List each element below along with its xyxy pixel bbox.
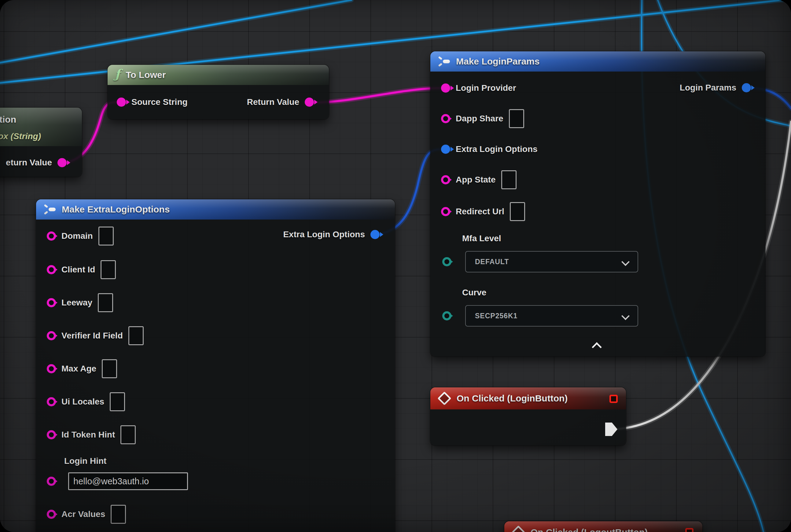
node-header[interactable]: tionox (String): [0, 108, 82, 146]
pin-label: Ui Locales: [61, 397, 104, 407]
app-state-value-box[interactable]: [501, 170, 517, 189]
node-header[interactable]: On Clicked (LoginButton): [430, 387, 626, 410]
pin-row-max-age: Max Age: [47, 360, 117, 378]
domain-value-box[interactable]: [98, 227, 114, 246]
pin-label: Acr Values: [61, 509, 105, 519]
node-header[interactable]: Make ExtraLoginOptions: [36, 200, 395, 220]
login-params-output-pin[interactable]: [742, 83, 751, 92]
node-title: On Clicked (LoginButton): [457, 393, 567, 404]
pin-label-login-hint: Login Hint: [64, 456, 107, 466]
chevron-down-icon: [621, 258, 630, 266]
node-clipped-function: tionox (String)eturn Value: [0, 108, 82, 177]
pin-row-dapp-share: Dapp Share: [441, 110, 524, 128]
pin-label: App State: [456, 175, 496, 185]
acr-values-value-box[interactable]: [111, 505, 126, 524]
node-to-lower: ƒTo LowerSource StringReturn Value: [108, 65, 329, 119]
node-header[interactable]: On Clicked (LogoutButton): [504, 521, 702, 532]
pin-label-curve: Curve: [462, 288, 486, 298]
pin-label: Source String: [131, 97, 188, 107]
pin-row-return-value: eturn Value: [6, 153, 66, 172]
extra-login-options-output-pin[interactable]: [370, 230, 380, 239]
collapse-node-button[interactable]: [592, 342, 602, 352]
event-diamond-icon: [512, 525, 525, 532]
delegate-pin-square[interactable]: [685, 528, 694, 532]
node-title: Make LoginParams: [456, 56, 539, 66]
dropdown-value: DEFAULT: [475, 258, 509, 266]
mfa-level-input-pin[interactable]: [442, 257, 451, 266]
exec-output-pin[interactable]: [605, 422, 617, 436]
dapp-share-input-pin[interactable]: [441, 114, 450, 123]
extra-login-options-input-pin[interactable]: [441, 145, 450, 154]
client-id-value-box[interactable]: [100, 260, 116, 279]
acr-values-input-pin[interactable]: [47, 510, 56, 519]
curve-input-pin[interactable]: [442, 311, 451, 320]
login-hint-input[interactable]: [68, 472, 188, 490]
node-on-clicked-logout-button: On Clicked (LogoutButton): [504, 521, 702, 532]
pin-row-client-id: Client Id: [47, 261, 116, 279]
pin-label: Leeway: [61, 298, 92, 308]
delegate-pin-square[interactable]: [610, 395, 618, 403]
id-token-hint-input-pin[interactable]: [47, 430, 56, 439]
max-age-value-box[interactable]: [102, 359, 117, 378]
node-subtitle-fragment: ox (String): [0, 131, 41, 141]
dapp-share-value-box[interactable]: [509, 109, 524, 128]
dropdown-mfa-level[interactable]: DEFAULT: [465, 251, 638, 272]
pin-label: Extra Login Options: [456, 144, 538, 154]
pin-row-extra-login-options: Extra Login Options: [441, 140, 538, 158]
leeway-input-pin[interactable]: [47, 298, 56, 307]
source-string-input-pin[interactable]: [117, 97, 126, 107]
pin-label: Return Value: [247, 97, 299, 107]
id-token-hint-value-box[interactable]: [120, 425, 136, 444]
pin-row-ui-locales: Ui Locales: [47, 393, 125, 411]
node-header[interactable]: Make LoginParams: [430, 51, 765, 72]
return-value-output-pin[interactable]: [305, 97, 314, 107]
pin-row-login-hint: [47, 472, 188, 490]
client-id-input-pin[interactable]: [47, 265, 56, 274]
verifier-id-field-value-box[interactable]: [128, 326, 144, 345]
pin-label: Max Age: [61, 364, 96, 374]
pin-row-extra-login-options-out: Extra Login Options: [283, 225, 380, 244]
login-hint-input-pin[interactable]: [47, 477, 56, 486]
pin-label: Extra Login Options: [283, 230, 365, 240]
ui-locales-value-box[interactable]: [110, 392, 125, 411]
pin-row-to-lower: Source StringReturn Value: [117, 93, 314, 111]
pin-row-app-state: App State: [441, 171, 517, 189]
return-value-output-pin[interactable]: [57, 158, 66, 167]
pin-label: Login Params: [680, 83, 736, 93]
pin-row-verifier-id-field: Verifier Id Field: [47, 326, 144, 345]
app-state-input-pin[interactable]: [441, 175, 450, 184]
pin-label: Login Provider: [456, 83, 516, 93]
event-diamond-icon: [437, 391, 451, 405]
pin-row-leeway: Leeway: [47, 293, 113, 312]
dropdown-curve[interactable]: SECP256K1: [465, 305, 638, 326]
pin-row-login-provider: Login Provider: [441, 79, 516, 97]
blueprint-graph-canvas[interactable]: tionox (String)eturn ValueƒTo LowerSourc…: [0, 0, 791, 532]
node-on-clicked-login-button: On Clicked (LoginButton): [430, 387, 626, 445]
verifier-id-field-input-pin[interactable]: [47, 331, 56, 340]
pin-row-domain: Domain: [47, 227, 114, 245]
login-provider-input-pin[interactable]: [441, 83, 450, 93]
function-f-icon: ƒ: [115, 68, 120, 80]
leeway-value-box[interactable]: [98, 293, 113, 312]
pin-label: Client Id: [61, 265, 95, 274]
pin-label: Domain: [61, 231, 93, 241]
max-age-input-pin[interactable]: [47, 364, 56, 373]
pin-label: Verifier Id Field: [61, 331, 123, 341]
pin-row-redirect-url: Redirect Url: [441, 203, 525, 221]
redirect-url-value-box[interactable]: [510, 202, 525, 221]
pin-row-acr-values: Acr Values: [47, 505, 126, 524]
output-group: Return Value: [247, 97, 314, 107]
dropdown-value: SECP256K1: [475, 312, 518, 320]
node-header[interactable]: ƒTo Lower: [108, 65, 329, 85]
node-title: To Lower: [126, 70, 166, 80]
domain-input-pin[interactable]: [47, 231, 56, 241]
node-title: Make ExtraLoginOptions: [62, 204, 170, 215]
ui-locales-input-pin[interactable]: [47, 397, 56, 406]
pin-row-id-token-hint: Id Token Hint: [47, 425, 136, 444]
make-struct-icon: [438, 55, 450, 68]
redirect-url-input-pin[interactable]: [441, 207, 450, 216]
pin-label: Id Token Hint: [61, 430, 115, 440]
node-make-login-params: Make LoginParamsLogin ProviderDapp Share…: [430, 51, 765, 357]
pin-label-mfa-level: Mfa Level: [462, 233, 501, 243]
blueprint-editor-screen: tionox (String)eturn ValueƒTo LowerSourc…: [0, 0, 791, 532]
